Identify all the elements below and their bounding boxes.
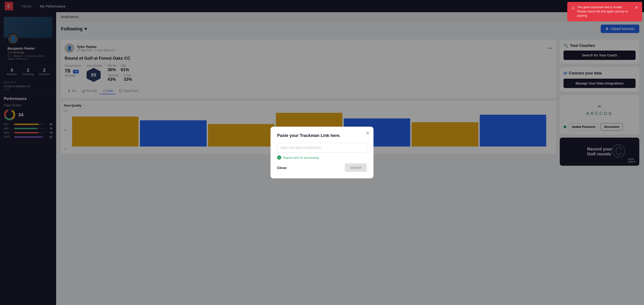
warning-icon: ⚠ bbox=[572, 6, 575, 10]
success-text: Report sent for processing bbox=[283, 156, 319, 160]
modal-submit-btn[interactable]: Submit bbox=[345, 164, 367, 172]
success-icon: ✓ bbox=[277, 156, 281, 160]
trackman-link-input[interactable] bbox=[277, 143, 367, 152]
modal-close-icon-btn[interactable]: ✕ bbox=[366, 130, 370, 136]
modal-actions: Close Submit bbox=[277, 164, 367, 172]
toast-message: The given trackman link is invalid. Plea… bbox=[577, 5, 632, 18]
modal-close-btn[interactable]: Close bbox=[277, 164, 287, 172]
trackman-modal: Paste your Trackman Link here. ✕ ✓ Repor… bbox=[270, 127, 374, 178]
modal-title: Paste your Trackman Link here. bbox=[277, 133, 367, 138]
modal-overlay[interactable]: Paste your Trackman Link here. ✕ ✓ Repor… bbox=[0, 0, 644, 305]
modal-success-message: ✓ Report sent for processing bbox=[277, 156, 367, 160]
error-toast: ⚠ The given trackman link is invalid. Pl… bbox=[567, 2, 642, 21]
toast-close-btn[interactable]: ✕ bbox=[635, 5, 638, 10]
